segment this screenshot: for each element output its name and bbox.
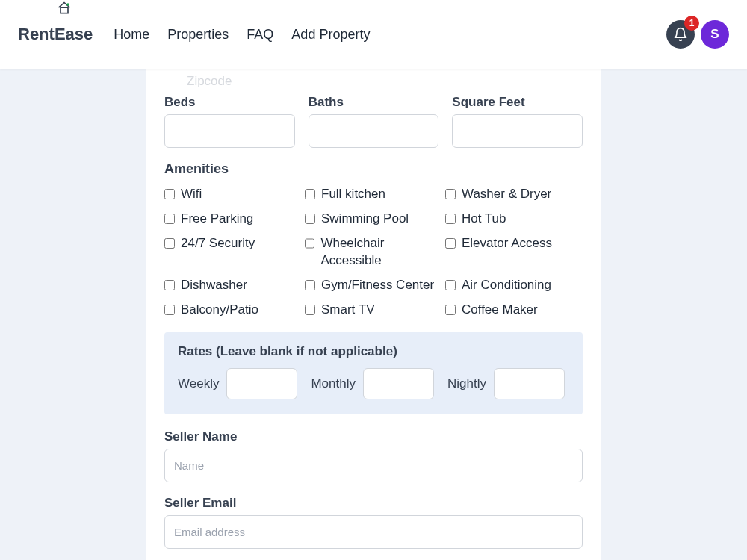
seller-email-input[interactable] xyxy=(164,515,583,549)
amenity-item[interactable]: 24/7 Security xyxy=(164,235,302,270)
amenity-item[interactable]: Smart TV xyxy=(305,302,442,319)
amenity-label: Coffee Maker xyxy=(462,302,538,319)
amenity-item[interactable]: Wifi xyxy=(164,186,302,203)
house-icon xyxy=(56,1,72,16)
amenity-label: Wifi xyxy=(181,186,202,203)
amenity-label: Air Conditioning xyxy=(462,277,551,294)
page: Zipcode Beds Baths Square Feet Amenities… xyxy=(0,0,747,560)
amenity-item[interactable]: Coffee Maker xyxy=(445,302,583,319)
seller-email-label: Seller Email xyxy=(164,496,583,511)
amenity-checkbox[interactable] xyxy=(305,238,314,249)
rate-monthly-input[interactable] xyxy=(363,368,434,399)
zipcode-placeholder-ghost: Zipcode xyxy=(164,69,583,87)
amenities-grid: Wifi Full kitchen Washer & Dryer Free Pa… xyxy=(164,186,583,319)
rates-title: Rates (Leave blank if not applicable) xyxy=(178,344,569,359)
amenity-label: Gym/Fitness Center xyxy=(321,277,434,294)
rate-weekly-label: Weekly xyxy=(178,376,219,391)
amenity-item[interactable]: Swimming Pool xyxy=(305,211,442,228)
notifications-button[interactable]: 1 xyxy=(666,20,695,49)
amenity-label: Smart TV xyxy=(321,302,374,319)
sqft-input[interactable] xyxy=(452,114,583,148)
svg-point-1 xyxy=(66,3,69,5)
nav-faq[interactable]: FAQ xyxy=(247,27,273,43)
rate-nightly-input[interactable] xyxy=(494,368,565,399)
amenity-item[interactable]: Free Parking xyxy=(164,211,302,228)
amenity-label: Free Parking xyxy=(181,211,253,228)
nav-properties[interactable]: Properties xyxy=(167,27,229,43)
amenity-checkbox[interactable] xyxy=(164,189,175,199)
rate-weekly-input[interactable] xyxy=(226,368,297,399)
rates-row: Weekly Monthly Nightly xyxy=(178,368,569,399)
logo-text-part1: Rent xyxy=(18,25,55,44)
notifications-badge: 1 xyxy=(684,16,699,31)
amenity-checkbox[interactable] xyxy=(305,214,315,224)
rates-box: Rates (Leave blank if not applicable) We… xyxy=(164,332,583,414)
amenity-item[interactable]: Wheelchair Accessible xyxy=(305,235,442,270)
amenity-checkbox[interactable] xyxy=(305,305,315,315)
bell-icon xyxy=(673,27,688,42)
amenity-checkbox[interactable] xyxy=(305,280,315,290)
amenity-label: Dishwasher xyxy=(181,277,247,294)
rate-monthly-label: Monthly xyxy=(311,376,356,391)
amenity-checkbox[interactable] xyxy=(445,280,456,290)
amenity-item[interactable]: Dishwasher xyxy=(164,277,302,294)
baths-label: Baths xyxy=(309,95,439,110)
nav-add-property[interactable]: Add Property xyxy=(291,27,370,43)
amenity-checkbox[interactable] xyxy=(445,189,456,199)
amenity-checkbox[interactable] xyxy=(445,238,456,249)
avatar[interactable]: S xyxy=(701,20,729,49)
amenity-checkbox[interactable] xyxy=(164,280,175,290)
amenity-checkbox[interactable] xyxy=(164,238,175,249)
amenity-label: Wheelchair Accessible xyxy=(320,235,442,270)
amenity-item[interactable]: Air Conditioning xyxy=(445,277,583,294)
amenity-checkbox[interactable] xyxy=(164,305,175,315)
rate-nightly-label: Nightly xyxy=(447,376,486,391)
amenity-checkbox[interactable] xyxy=(164,214,175,224)
amenity-checkbox[interactable] xyxy=(445,305,456,315)
header-right: 1 S xyxy=(666,20,729,49)
header: Rent Ease Home Properties FAQ Add Proper… xyxy=(0,0,747,69)
amenity-label: Balcony/Patio xyxy=(181,302,258,319)
amenity-item[interactable]: Hot Tub xyxy=(445,211,583,228)
main-nav: Home Properties FAQ Add Property xyxy=(114,27,370,43)
sqft-label: Square Feet xyxy=(452,95,583,110)
form-card: Zipcode Beds Baths Square Feet Amenities… xyxy=(146,69,601,560)
seller-name-input[interactable] xyxy=(164,449,583,482)
amenity-item[interactable]: Gym/Fitness Center xyxy=(305,277,442,294)
amenities-label: Amenities xyxy=(164,161,583,177)
amenity-checkbox[interactable] xyxy=(305,189,315,199)
seller-name-label: Seller Name xyxy=(164,429,583,444)
amenity-label: 24/7 Security xyxy=(181,235,255,252)
beds-label: Beds xyxy=(164,95,295,110)
amenity-item[interactable]: Full kitchen xyxy=(305,186,442,203)
logo[interactable]: Rent Ease xyxy=(18,25,93,44)
amenity-label: Hot Tub xyxy=(462,211,506,228)
amenity-label: Swimming Pool xyxy=(321,211,409,228)
logo-text-part2: Ease xyxy=(55,25,93,43)
nav-home[interactable]: Home xyxy=(114,27,149,43)
svg-rect-0 xyxy=(61,7,68,13)
amenity-checkbox[interactable] xyxy=(445,214,456,224)
amenity-label: Elevator Access xyxy=(462,235,552,252)
amenity-item[interactable]: Balcony/Patio xyxy=(164,302,302,319)
amenity-item[interactable]: Washer & Dryer xyxy=(445,186,583,203)
baths-input[interactable] xyxy=(309,114,439,148)
beds-baths-sqft-row: Beds Baths Square Feet xyxy=(164,95,583,148)
amenity-item[interactable]: Elevator Access xyxy=(445,235,583,270)
beds-input[interactable] xyxy=(164,114,295,148)
amenity-label: Washer & Dryer xyxy=(462,186,551,203)
amenity-label: Full kitchen xyxy=(321,186,385,203)
